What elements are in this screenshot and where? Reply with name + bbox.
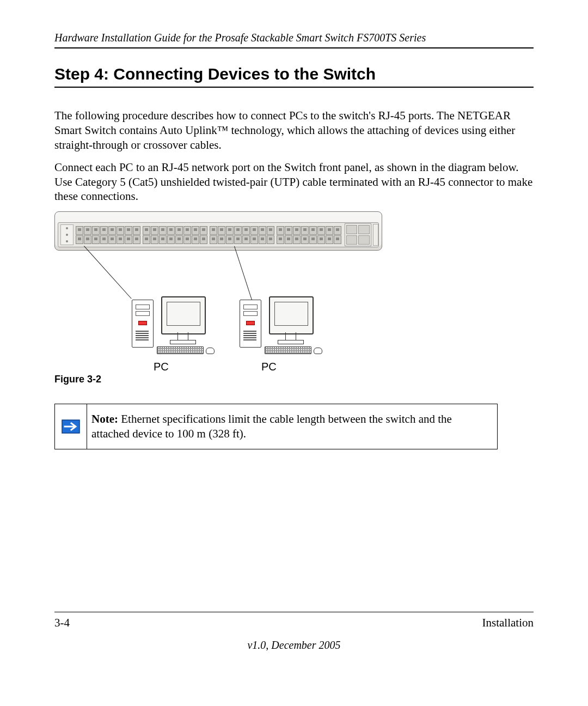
rj45-port-icon: [76, 235, 83, 244]
rj45-port-icon: [92, 235, 100, 244]
rj45-port-icon: [117, 235, 124, 244]
rj45-port-pair: [192, 226, 199, 244]
pc-monitor-icon: [161, 296, 206, 334]
rj45-port-pair: [143, 226, 150, 244]
figure-caption: Figure 3-2: [54, 374, 387, 385]
rj45-port-icon: [151, 235, 158, 244]
rj45-port-pair: [277, 226, 284, 244]
sfp-uplink-block: [345, 223, 371, 246]
rj45-port-pair: [200, 226, 207, 244]
rj45-port-pair: [117, 226, 124, 244]
footer-rule: [54, 612, 534, 612]
rj45-port-icon: [293, 235, 301, 244]
rj45-port-icon: [100, 226, 108, 235]
rj45-port-icon: [200, 235, 207, 244]
rj45-port-pair: [326, 226, 333, 244]
rj45-port-icon: [226, 235, 234, 244]
rj45-port-icon: [117, 226, 124, 235]
rj45-port-icon: [226, 226, 234, 235]
footer-version-line: v1.0, December 2005: [0, 639, 588, 652]
rj45-port-icon: [218, 235, 225, 244]
rj45-port-icon: [259, 235, 266, 244]
body-paragraph-2: Connect each PC to an RJ-45 network port…: [54, 160, 534, 204]
rj45-port-icon: [334, 226, 341, 235]
pc-tower-icon: [132, 300, 154, 348]
keyboard-icon: [157, 346, 204, 354]
mouse-icon: [206, 348, 215, 354]
rj45-port-group: [210, 226, 274, 244]
rj45-port-icon: [125, 235, 132, 244]
rj45-port-icon: [293, 226, 301, 235]
rj45-port-icon: [218, 226, 225, 235]
note-text: Note: Ethernet specifications limit the …: [87, 404, 497, 449]
status-led-block: [60, 224, 74, 245]
note-body: Ethernet specifications limit the cable …: [91, 412, 452, 440]
rj45-port-group: [143, 226, 207, 244]
rj45-port-pair: [309, 226, 317, 244]
rj45-port-pair: [285, 226, 292, 244]
rj45-port-icon: [143, 226, 150, 235]
rj45-port-icon: [234, 226, 242, 235]
rj45-port-icon: [242, 235, 250, 244]
rj45-port-icon: [267, 226, 274, 235]
rj45-port-icon: [250, 226, 258, 235]
rj45-port-icon: [100, 235, 108, 244]
body-paragraph-1: The following procedure describes how to…: [54, 108, 534, 153]
rj45-port-pair: [133, 226, 140, 244]
rj45-port-icon: [192, 226, 199, 235]
rj45-port-icon: [159, 235, 167, 244]
rj45-port-icon: [334, 235, 341, 244]
heading-rule: [54, 87, 534, 88]
rj45-port-icon: [84, 226, 91, 235]
note-icon-cell: [55, 404, 87, 449]
rj45-port-icon: [108, 235, 116, 244]
rj45-port-icon: [84, 235, 91, 244]
rj45-port-icon: [301, 235, 309, 244]
header-rule: [54, 47, 534, 48]
rj45-port-pair: [159, 226, 167, 244]
rj45-port-icon: [92, 226, 100, 235]
rj45-port-pair: [267, 226, 274, 244]
rj45-port-icon: [76, 226, 83, 235]
pc-label: PC: [154, 361, 169, 373]
footer-row: 3-4 Installation: [54, 616, 534, 630]
rj45-port-icon: [234, 235, 242, 244]
rj45-port-pair: [108, 226, 116, 244]
rj45-port-pair: [100, 226, 108, 244]
rj45-port-icon: [175, 235, 183, 244]
rj45-port-pair: [92, 226, 100, 244]
rj45-port-icon: [159, 226, 167, 235]
rj45-port-icon: [277, 235, 284, 244]
rj45-port-pair: [84, 226, 91, 244]
rj45-port-pair: [259, 226, 266, 244]
pc-tower-icon: [240, 300, 261, 348]
rj45-port-icon: [183, 226, 191, 235]
rj45-port-icon: [309, 226, 317, 235]
rj45-port-pair: [125, 226, 132, 244]
mouse-icon: [314, 348, 322, 354]
rj45-port-icon: [326, 235, 333, 244]
rj45-port-icon: [167, 235, 175, 244]
rj45-port-icon: [267, 235, 274, 244]
rj45-port-icon: [317, 235, 325, 244]
rj45-port-pair: [250, 226, 258, 244]
rj45-port-icon: [277, 226, 284, 235]
rj45-port-icon: [210, 226, 217, 235]
stack-module-icon: [373, 224, 378, 246]
pc-monitor-icon: [269, 296, 314, 334]
rj45-port-pair: [151, 226, 158, 244]
footer-section-name: Installation: [482, 616, 534, 630]
rj45-port-icon: [326, 226, 333, 235]
rj45-port-pair: [76, 226, 83, 244]
rj45-port-icon: [125, 226, 132, 235]
rj45-port-icon: [210, 235, 217, 244]
rj45-port-pair: [293, 226, 301, 244]
rj45-port-icon: [167, 226, 175, 235]
running-header: Hardware Installation Guide for the Pros…: [54, 32, 534, 44]
rj45-port-pair: [218, 226, 225, 244]
rj45-port-icon: [301, 226, 309, 235]
rj45-port-pair: [226, 226, 234, 244]
rj45-port-icon: [108, 226, 116, 235]
note-callout: Note: Ethernet specifications limit the …: [54, 404, 498, 449]
rj45-port-icon: [285, 226, 292, 235]
